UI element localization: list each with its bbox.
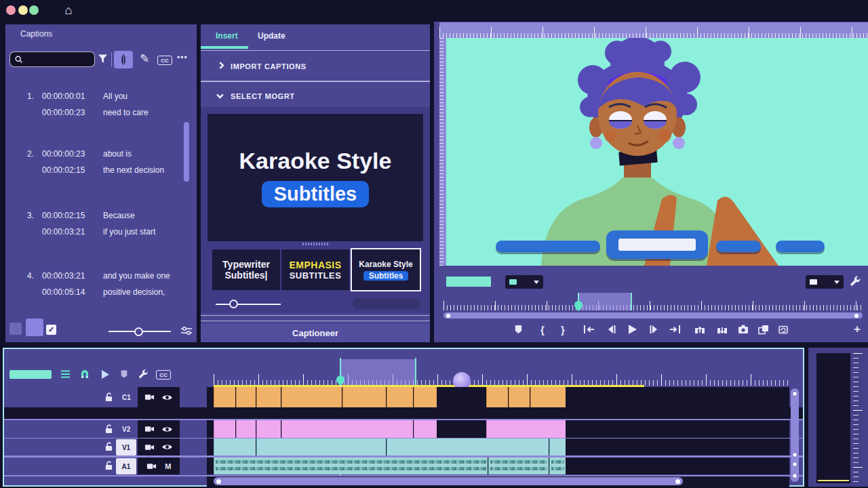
timeline-hscroll-thumb[interactable]	[214, 477, 683, 485]
tab-update[interactable]: Update	[258, 31, 285, 41]
track-lane-c1[interactable]	[207, 387, 789, 407]
step-back-icon[interactable]	[604, 323, 618, 336]
more-options-icon[interactable]: •••	[177, 53, 188, 62]
search-input[interactable]	[9, 52, 95, 67]
track-lane-a1[interactable]	[207, 458, 789, 474]
track-label-v2[interactable]: V2	[122, 426, 130, 433]
clip-segment-v1[interactable]	[214, 439, 256, 455]
timeline-playhead[interactable]	[336, 375, 344, 386]
caption-text[interactable]: and you make one positive decision,	[103, 268, 170, 300]
track-lane-v1[interactable]	[207, 439, 789, 455]
linked-selection-icon[interactable]	[98, 367, 112, 381]
clip-segment-v1[interactable]	[387, 439, 549, 455]
section-select-mogrt[interactable]: SELECT MOGRT	[231, 92, 295, 100]
track-sync-icon[interactable]	[144, 443, 155, 451]
clip-segment-a1[interactable]	[549, 458, 566, 474]
clip-segment-v2[interactable]	[486, 420, 566, 438]
clip-segment-v1[interactable]	[549, 439, 566, 455]
monitor-mini-timeline[interactable]	[443, 300, 864, 310]
lift-icon[interactable]	[693, 323, 707, 336]
button-editor-plus-icon[interactable]: +	[850, 323, 864, 336]
resolution-dropdown[interactable]	[505, 275, 543, 289]
track-target-v1[interactable]: V1	[116, 439, 136, 455]
mute-button[interactable]: M	[165, 462, 171, 470]
chevron-right-icon[interactable]	[218, 62, 225, 69]
track-target-a1[interactable]: A1	[116, 458, 136, 474]
clip-segment-c1[interactable]	[414, 387, 437, 407]
style-zoom-slider-track[interactable]	[216, 304, 281, 305]
window-zoom-button[interactable]	[29, 5, 39, 15]
go-to-out-icon[interactable]	[668, 323, 682, 336]
track-lane-v2[interactable]	[207, 420, 789, 438]
timeline-settings-wrench-icon[interactable]	[136, 367, 150, 381]
edit-pencil-icon[interactable]: ✎	[140, 52, 149, 66]
resize-grip[interactable]	[302, 243, 330, 245]
caption-text[interactable]: about is the next decision	[103, 146, 164, 178]
subtitle-bar[interactable]	[496, 241, 600, 252]
caption-view-small-button[interactable]	[9, 323, 22, 335]
clip-segment-c1[interactable]	[342, 387, 386, 407]
settings-sliders-icon[interactable]	[180, 325, 193, 336]
lock-icon[interactable]	[104, 460, 113, 471]
clip-segment-c1[interactable]	[214, 387, 235, 407]
track-sync-icon[interactable]	[144, 425, 155, 433]
track-sync-icon[interactable]	[144, 393, 155, 401]
clip-segment-v2[interactable]	[256, 420, 281, 438]
play-icon[interactable]	[626, 323, 639, 336]
eye-icon[interactable]	[161, 426, 173, 433]
style-thumb-typewriter[interactable]: Typewriter Subtitles|	[212, 249, 280, 290]
monitor-loop-range[interactable]	[578, 293, 632, 310]
zoom-slider-knob[interactable]	[134, 327, 143, 336]
subtitle-bar[interactable]	[776, 241, 825, 252]
clip-segment-c1[interactable]	[256, 387, 281, 407]
comparison-view-icon[interactable]	[757, 323, 770, 336]
track-sync-icon[interactable]	[146, 462, 157, 470]
video-preview[interactable]	[446, 38, 868, 266]
go-to-in-icon[interactable]	[582, 323, 595, 336]
monitor-scrollbar[interactable]	[443, 312, 863, 319]
empty-track-strip[interactable]	[4, 407, 803, 420]
monitor-playhead[interactable]	[574, 301, 583, 311]
clip-segment-v2[interactable]	[236, 420, 256, 438]
clip-segment-c1[interactable]	[509, 387, 530, 407]
add-marker-icon[interactable]	[511, 323, 525, 336]
home-icon[interactable]: ⌂	[61, 3, 76, 18]
lock-icon[interactable]	[104, 424, 113, 434]
mark-in-icon[interactable]: {	[536, 323, 549, 336]
eye-icon[interactable]	[161, 394, 173, 401]
timeline-vertical-scrollbar[interactable]	[791, 388, 799, 482]
clip-segment-c1[interactable]	[387, 387, 413, 407]
caption-checkbox[interactable]: ✓	[46, 325, 56, 335]
chevron-down-icon[interactable]	[216, 92, 224, 100]
cc-icon[interactable]: CC	[157, 56, 172, 65]
caption-text-tool-button[interactable]	[114, 51, 133, 68]
captions-track-cc-icon[interactable]: CC	[156, 370, 171, 380]
sequence-menu-icon[interactable]	[58, 367, 72, 381]
marker-icon[interactable]	[117, 367, 131, 381]
eye-icon[interactable]	[161, 443, 173, 451]
multicam-toggle-icon[interactable]	[776, 323, 790, 336]
clip-segment-v2[interactable]	[414, 420, 437, 438]
style-zoom-slider-knob[interactable]	[229, 300, 238, 308]
caption-text[interactable]: All you need to care	[103, 88, 149, 121]
subtitle-active-word-box[interactable]	[606, 230, 708, 259]
section-import-captions[interactable]: IMPORT CAPTIONS	[231, 62, 307, 70]
mogrt-preview[interactable]: Karaoke Style Subtitles	[208, 114, 423, 241]
timeline-ruler[interactable]	[214, 369, 788, 386]
extract-icon[interactable]	[715, 323, 729, 336]
style-thumb-emphasis[interactable]: EMPHASIS SUBTITLES	[281, 249, 349, 290]
window-close-button[interactable]	[6, 5, 16, 15]
clip-segment-c1[interactable]	[236, 387, 256, 407]
clip-segment-v2[interactable]	[214, 420, 235, 438]
work-area-highlight[interactable]	[340, 359, 416, 385]
snap-magnet-icon[interactable]	[78, 367, 92, 381]
step-forward-icon[interactable]	[647, 323, 660, 336]
filter-icon[interactable]	[98, 53, 108, 64]
captions-scrollbar[interactable]	[184, 122, 189, 182]
clip-segment-c1[interactable]	[486, 387, 508, 407]
export-frame-icon[interactable]	[736, 323, 750, 336]
wrench-settings-icon[interactable]	[849, 275, 861, 287]
monitor-ruler-vertical[interactable]	[439, 38, 446, 266]
clip-segment-v2[interactable]	[281, 420, 413, 438]
clip-segment-a1[interactable]	[214, 458, 488, 474]
